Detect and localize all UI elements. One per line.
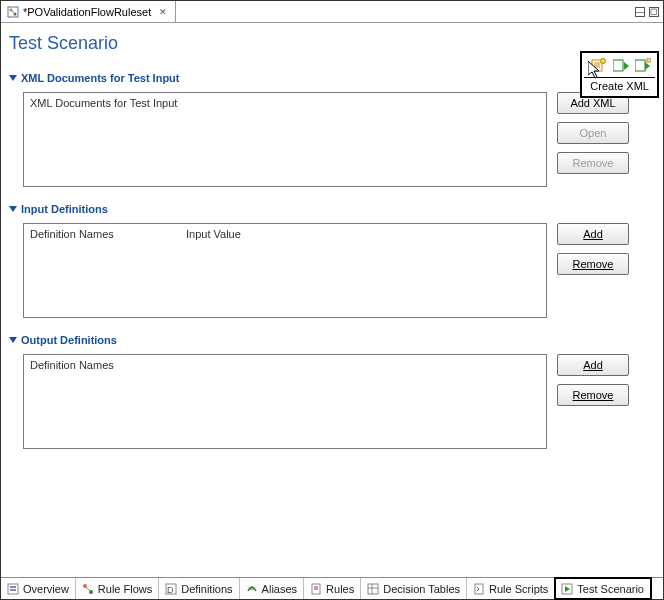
input-col-input-value: Input Value	[186, 228, 241, 240]
add-output-button[interactable]: Add	[557, 354, 629, 376]
editor-body: Test Scenario Create XML	[1, 23, 663, 577]
section-input-definitions: Input Definitions Definition Names Input…	[1, 191, 663, 322]
tab-rule-scripts[interactable]: Rule Scripts	[467, 578, 555, 599]
tab-definitions[interactable]: D Definitions	[159, 578, 239, 599]
decision-tables-icon	[367, 583, 379, 595]
svg-rect-6	[613, 60, 623, 71]
remove-xml-button[interactable]: Remove	[557, 152, 629, 174]
svg-point-5	[601, 59, 606, 64]
svg-rect-14	[10, 589, 16, 591]
tab-label: Test Scenario	[577, 583, 644, 595]
close-tab-icon[interactable]: ✕	[159, 7, 167, 17]
rule-scripts-icon	[473, 583, 485, 595]
maximize-button[interactable]: ▢	[649, 7, 659, 17]
xml-toolbar: Create XML	[580, 51, 659, 98]
tab-label: Rule Scripts	[489, 583, 548, 595]
svg-rect-24	[368, 584, 378, 594]
xml-documents-list[interactable]: XML Documents for Test Input	[23, 92, 547, 187]
definitions-icon: D	[165, 583, 177, 595]
tab-label: Definitions	[181, 583, 232, 595]
input-definitions-buttons: Add Remove	[557, 223, 629, 275]
svg-text:D: D	[167, 585, 174, 595]
editor-tab-title: *POValidationFlowRuleset	[23, 6, 151, 18]
chevron-down-icon	[9, 337, 17, 343]
tab-rule-flows[interactable]: Rule Flows	[76, 578, 159, 599]
editor-window: *POValidationFlowRuleset ✕ — ▢ Test Scen…	[0, 0, 664, 600]
xml-documents-list-header: XML Documents for Test Input	[30, 97, 177, 109]
chevron-down-icon	[9, 206, 17, 212]
section-toggle-output[interactable]: Output Definitions	[9, 328, 655, 354]
tab-label: Overview	[23, 583, 69, 595]
tab-label: Decision Tables	[383, 583, 460, 595]
input-definitions-list[interactable]: Definition Names Input Value	[23, 223, 547, 318]
tab-label: Rules	[326, 583, 354, 595]
ruleset-file-icon	[7, 6, 19, 18]
section-xml-documents: XML Documents for Test Input XML Documen…	[1, 60, 663, 191]
output-definitions-buttons: Add Remove	[557, 354, 629, 406]
svg-rect-13	[10, 586, 16, 588]
section-toggle-input[interactable]: Input Definitions	[9, 197, 655, 223]
section-title: Input Definitions	[21, 203, 108, 215]
open-xml-button[interactable]: Open	[557, 122, 629, 144]
overview-icon	[7, 583, 19, 595]
tab-label: Rule Flows	[98, 583, 152, 595]
section-output-definitions: Output Definitions Definition Names Add …	[1, 322, 663, 453]
xml-documents-buttons: Add XML Open Remove	[557, 92, 629, 174]
rule-flows-icon	[82, 583, 94, 595]
create-xml-tooltip: Create XML	[584, 77, 655, 94]
svg-line-17	[85, 586, 91, 592]
section-title: XML Documents for Test Input	[21, 72, 180, 84]
rules-icon	[310, 583, 322, 595]
page-title: Test Scenario	[1, 23, 663, 60]
create-xml-icon[interactable]	[591, 57, 607, 73]
aliases-icon	[246, 583, 258, 595]
remove-input-button[interactable]: Remove	[557, 253, 629, 275]
section-title: Output Definitions	[21, 334, 117, 346]
editor-tab-bar: *POValidationFlowRuleset ✕ — ▢	[1, 1, 663, 23]
svg-rect-10	[647, 58, 651, 62]
output-definitions-list[interactable]: Definition Names	[23, 354, 547, 449]
tab-aliases[interactable]: Aliases	[240, 578, 304, 599]
editor-page-tabs: Overview Rule Flows D Definitions Aliase…	[1, 577, 663, 599]
editor-tab[interactable]: *POValidationFlowRuleset ✕	[1, 1, 176, 22]
tab-rules[interactable]: Rules	[304, 578, 361, 599]
test-scenario-icon	[561, 583, 573, 595]
window-controls: — ▢	[635, 7, 663, 17]
svg-rect-8	[635, 60, 645, 71]
input-col-definition-names: Definition Names	[30, 228, 186, 240]
svg-marker-9	[645, 62, 650, 70]
tab-overview[interactable]: Overview	[1, 578, 76, 599]
tab-test-scenario[interactable]: Test Scenario	[555, 578, 651, 599]
tab-decision-tables[interactable]: Decision Tables	[361, 578, 467, 599]
run-config-icon[interactable]	[635, 57, 651, 73]
run-play-icon[interactable]	[613, 57, 629, 73]
section-toggle-xml[interactable]: XML Documents for Test Input	[9, 66, 655, 92]
minimize-button[interactable]: —	[635, 7, 645, 17]
remove-output-button[interactable]: Remove	[557, 384, 629, 406]
chevron-down-icon	[9, 75, 17, 81]
add-input-button[interactable]: Add	[557, 223, 629, 245]
output-col-definition-names: Definition Names	[30, 359, 114, 371]
tab-label: Aliases	[262, 583, 297, 595]
svg-marker-7	[624, 62, 629, 70]
